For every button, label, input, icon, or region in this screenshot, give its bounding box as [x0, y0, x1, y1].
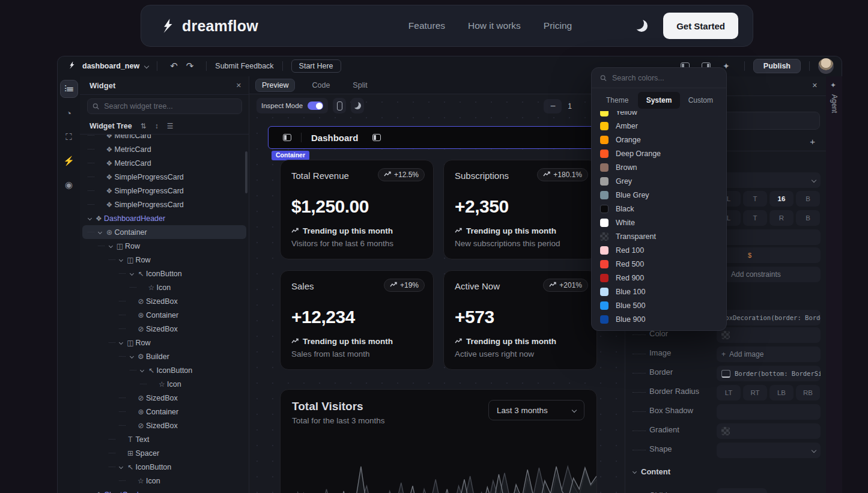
color-option-grey[interactable]: Grey — [598, 174, 720, 188]
tree-item-dashboardheader[interactable]: ❖ DashboardHeader — [82, 211, 246, 225]
chevron-down-icon[interactable] — [117, 341, 126, 344]
app-header[interactable]: Dashboard — [268, 126, 610, 149]
theme-mode-button[interactable] — [351, 98, 364, 113]
chevron-down-icon[interactable] — [117, 258, 126, 261]
brand[interactable]: dreamflow — [159, 17, 258, 35]
tree-item-row[interactable]: ◫ Row — [82, 336, 246, 349]
shape-field[interactable] — [717, 443, 821, 458]
color-field[interactable] — [717, 327, 821, 343]
padding-b[interactable]: B — [796, 210, 820, 226]
color-search[interactable] — [592, 68, 726, 88]
chevron-down-icon[interactable] — [138, 369, 147, 372]
color-option-white[interactable]: White — [598, 216, 720, 229]
tree-options-icon[interactable]: ☰ — [167, 122, 174, 130]
color-option-red-500[interactable]: Red 500 — [598, 257, 720, 271]
color-option-red-100[interactable]: Red 100 — [598, 243, 720, 257]
tree-item-container[interactable]: ⊛ Container — [82, 308, 246, 322]
tab-split[interactable]: Split — [347, 79, 373, 91]
widget-tree-icon[interactable]: ⫶☰ — [60, 80, 78, 98]
color-option-brown[interactable]: Brown — [598, 160, 720, 174]
border-field[interactable]: Border(bottom: BorderSide — [717, 366, 821, 381]
border-radius-rb[interactable]: RB — [796, 385, 820, 401]
flash-icon[interactable]: ⚡ — [60, 152, 78, 170]
tree-item-simpleprogresscard[interactable]: ❖ SimpleProgressCard — [82, 184, 246, 198]
property-select[interactable] — [717, 172, 821, 188]
metric-card-0[interactable]: Total Revenue +12.5% $1,250.00 Trending … — [280, 160, 434, 259]
tree-item-chartcard[interactable]: ❖ ChartCard — [82, 488, 246, 493]
chevron-down-icon[interactable] — [127, 272, 136, 275]
box-shadow-field[interactable] — [717, 404, 821, 420]
tree-item-container[interactable]: ⊛ Container — [82, 225, 246, 239]
tab-preview[interactable]: Preview — [255, 79, 295, 92]
visitors-card[interactable]: Total Visitors Total for the last 3 mont… — [280, 389, 597, 493]
device-frame-button[interactable] — [333, 98, 346, 113]
project-name[interactable]: dashboard_new — [82, 62, 139, 70]
padding-b[interactable]: B — [796, 191, 820, 207]
expand-collapse-icon[interactable]: ↕ — [155, 122, 159, 130]
color-option-green-100[interactable]: Green 100 — [598, 326, 720, 327]
tree-item-metriccard[interactable]: ❖ MetricCard — [82, 135, 246, 142]
padding-t[interactable]: T — [743, 210, 767, 226]
tree-item-icon[interactable]: ☆ Icon — [82, 280, 246, 294]
tree-item-icon[interactable]: ☆ Icon — [82, 474, 246, 488]
color-option-blue-500[interactable]: Blue 500 — [598, 298, 720, 312]
tree-item-icon[interactable]: ☆ Icon — [82, 377, 246, 391]
color-option-transparent[interactable]: Transparent — [598, 229, 720, 243]
border-radius-lb[interactable]: LB — [769, 385, 794, 401]
tree-item-sizedbox[interactable]: ⊘ SizedBox — [82, 419, 246, 432]
decoration-field[interactable]: BoxDecoration(border: Border — [717, 310, 821, 325]
sidebar-toggle-icon[interactable] — [283, 134, 291, 141]
padding-t[interactable]: T — [743, 191, 767, 207]
tree-item-sizedbox[interactable]: ⊘ SizedBox — [82, 391, 246, 405]
tree-item-sizedbox[interactable]: ⊘ SizedBox — [82, 322, 246, 336]
add-constraints-button[interactable]: Add constraints — [717, 267, 821, 282]
tree-item-simpleprogresscard[interactable]: ❖ SimpleProgressCard — [82, 198, 246, 211]
panel-right-icon[interactable] — [372, 134, 381, 141]
tree-item-container[interactable]: ⊛ Container — [82, 405, 246, 419]
image-icon[interactable]: ⛶ — [60, 128, 78, 146]
padding-r[interactable]: R — [769, 210, 794, 226]
close-icon[interactable]: ✕ — [236, 82, 241, 89]
metric-card-3[interactable]: Active Now +201% +573 Trending up this m… — [443, 270, 597, 370]
color-option-red-900[interactable]: Red 900 — [598, 271, 720, 285]
border-radius-rt[interactable]: RT — [743, 385, 767, 401]
tree-item-row[interactable]: ◫ Row — [82, 239, 246, 253]
picker-tab-system[interactable]: System — [638, 92, 679, 109]
color-option-yellow[interactable]: Yellow — [598, 111, 720, 119]
tree-item-iconbutton[interactable]: ↖ IconButton — [82, 460, 246, 474]
visitors-range-select[interactable]: Last 3 months — [488, 400, 584, 420]
color-search-input[interactable] — [611, 73, 718, 83]
chevron-down-icon[interactable] — [127, 355, 136, 358]
picker-tab-custom[interactable]: Custom — [680, 92, 721, 109]
color-option-blue-900[interactable]: Blue 900 — [598, 312, 720, 326]
tree-item-metriccard[interactable]: ❖ MetricCard — [82, 156, 246, 170]
color-option-amber[interactable]: Amber — [598, 119, 720, 133]
metric-card-2[interactable]: Sales +19% +12,234 Trending up this mont… — [280, 270, 434, 370]
widget-search[interactable] — [87, 98, 242, 114]
zoom-out-button[interactable]: − — [544, 99, 562, 113]
get-started-button[interactable]: Get Started — [663, 13, 738, 39]
add-icon[interactable]: + — [810, 136, 815, 147]
tree-item-iconbutton[interactable]: ↖ IconButton — [82, 267, 246, 280]
property-field[interactable] — [717, 229, 821, 245]
tree-item-spacer[interactable]: ⊞ Spacer — [82, 446, 246, 460]
palette-icon[interactable]: ◔ — [60, 104, 78, 122]
chevron-down-icon[interactable] — [117, 465, 126, 468]
tree-item-metriccard[interactable]: ❖ MetricCard — [82, 142, 246, 156]
inspect-mode-toggle[interactable] — [308, 101, 323, 110]
tree-item-row[interactable]: ◫ Row — [82, 253, 246, 267]
nav-link-0[interactable]: Features — [408, 20, 445, 31]
metric-card-1[interactable]: Subscriptions +180.1% +2,350 Trending up… — [443, 160, 597, 259]
color-option-orange[interactable]: Orange — [598, 133, 720, 147]
tree-item-simpleprogresscard[interactable]: ❖ SimpleProgressCard — [82, 170, 246, 184]
border-radius-lt[interactable]: LT — [717, 385, 741, 401]
nav-link-1[interactable]: How it works — [468, 20, 521, 31]
redo-button[interactable]: ↷ — [186, 61, 194, 71]
tree-scrollbar[interactable] — [245, 151, 247, 193]
picker-tab-theme[interactable]: Theme — [596, 92, 638, 109]
widget-search-input[interactable] — [103, 101, 237, 111]
droplet-icon[interactable]: ◉ — [60, 176, 78, 194]
property-field-variable[interactable]: $ — [717, 247, 821, 263]
undo-button[interactable]: ↶ — [170, 61, 178, 71]
start-here-button[interactable]: Start Here — [291, 59, 341, 73]
